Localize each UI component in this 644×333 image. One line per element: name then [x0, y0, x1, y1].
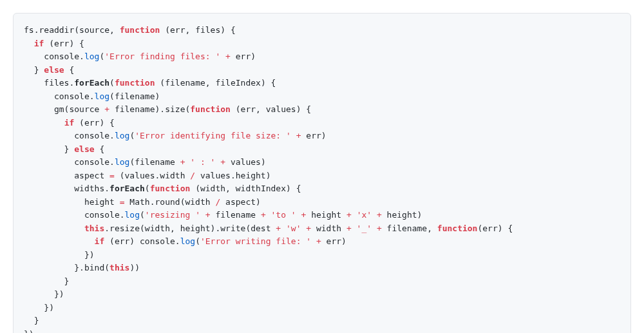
code-block: fs.readdir(source, function (err, files)…: [13, 13, 631, 333]
code-content: fs.readdir(source, function (err, files)…: [24, 24, 620, 333]
code-lines: fs.readdir(source, function (err, files)…: [24, 25, 513, 333]
